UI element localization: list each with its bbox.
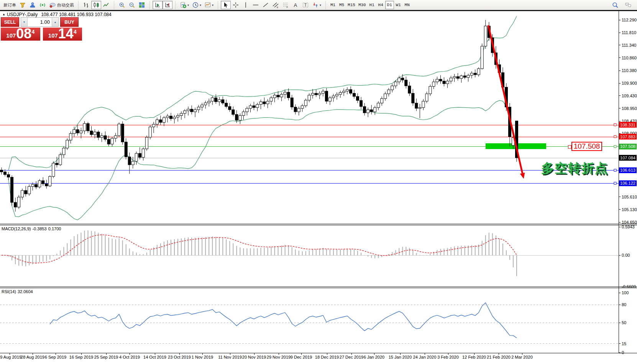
search-button[interactable] [610,1,620,9]
tf-d1-button[interactable]: D1 [385,1,394,9]
fibonacci-button[interactable]: F [281,1,291,9]
community-button[interactable] [28,1,38,9]
indicators-button[interactable]: ▾ [178,1,190,9]
tf-m30-button[interactable]: M30 [357,1,368,9]
price-badge-text: 108.331 [620,123,635,127]
equidistant-channel-button[interactable]: E [271,1,281,9]
time-tick-label: 9 Dec 2019 [291,355,312,359]
data-center-icon [19,2,26,8]
sell-price-big: 08 [16,28,31,39]
svg-text:F: F [287,6,288,8]
chevron-down-icon[interactable]: ▾ [320,3,321,7]
main-toolbar: 新订单自动交易▾▾▾EFAT▾M1M5M15M30H1H4D1W1MN [0,0,637,10]
tf-m30-label: M30 [358,3,366,7]
tf-h4-button[interactable]: H4 [376,1,385,9]
vertical-line-button[interactable] [241,1,251,9]
volume-increase-button[interactable]: ▲ [52,18,58,26]
tf-m1-button[interactable]: M1 [328,1,337,9]
label-icon: T [302,2,309,8]
bull-bear-turning-point-annotation[interactable]: 多空转折点 [541,160,608,177]
toolbar-separator [325,1,327,9]
time-tick-label: 20 Nov 2019 [242,355,266,359]
price-callout-107508[interactable]: 107.508 [571,142,602,151]
panel-separators[interactable] [0,11,637,353]
zoom-out-icon [128,2,135,8]
text-button[interactable]: A [291,1,300,9]
line-anchor-square[interactable] [614,136,616,138]
tf-m5-label: M5 [339,3,344,7]
cursor-button[interactable] [221,1,231,9]
volume-input[interactable] [28,18,52,26]
line-chart-button[interactable] [101,1,111,9]
tf-w1-button[interactable]: W1 [394,1,403,9]
fibo-icon: F [282,2,289,8]
bar-chart-button[interactable] [81,1,91,9]
candle-chart-button[interactable] [91,1,101,9]
arrows-button[interactable]: ▾ [310,1,323,9]
tile-windows-button[interactable] [137,1,147,9]
new-order-button[interactable]: 新订单 [1,1,18,9]
symbol-period-label: USDJPY-,Daily [7,12,38,17]
macd-panel[interactable] [0,230,619,276]
tf-h1-label: H1 [369,3,374,7]
time-tick-label: 24 Jan 2020 [413,355,437,359]
trendline-button[interactable] [261,1,271,9]
text-label-button[interactable]: T [300,1,310,9]
line-anchor-square[interactable] [614,124,616,126]
chevron-down-icon[interactable]: ▾ [212,3,213,7]
auto-scroll-button[interactable] [153,1,163,9]
sell-price-button[interactable]: 107084 [1,28,40,41]
zoom-out-button[interactable] [127,1,137,9]
periods-button[interactable]: ▾ [190,1,203,9]
tf-mn-button[interactable]: MN [403,1,412,9]
cursor-icon [222,2,229,8]
volume-decrease-button[interactable]: ▼ [21,18,28,26]
svg-text:E: E [277,6,278,8]
zoom-in-button[interactable] [117,1,127,9]
crosshair-icon [232,2,239,8]
price-tick-label: 110.380 [622,68,637,73]
tf-mn-label: MN [405,3,410,7]
templates-button[interactable]: ▾ [203,1,215,9]
chart-shift-button[interactable] [163,1,172,9]
price-badge-text: 106.613 [620,168,635,172]
autotrade-icon [49,2,56,8]
time-tick-label: 21 Feb 2020 [487,355,511,359]
buy-price-button[interactable]: 107144 [43,28,82,41]
sell-price-sup: 4 [31,29,34,35]
tf-h1-button[interactable]: H1 [368,1,376,9]
tf-d1-label: D1 [387,3,392,7]
autotrading-button[interactable]: 自动交易 [48,1,76,9]
time-tick-label: 15 Jan 2020 [389,355,412,359]
signals-button[interactable] [38,1,48,9]
collapse-chart-icon[interactable]: ▲ [2,13,5,16]
line-anchor-square[interactable] [614,145,616,148]
svg-text:T: T [304,3,307,7]
tf-m15-button[interactable]: M15 [346,1,357,9]
macd-label: MACD(12,26,9)-0.38530.1700 [2,226,62,231]
crosshair-button[interactable] [231,1,241,9]
autotrading-label: 自动交易 [57,2,74,8]
horizontal-line-button[interactable] [251,1,261,9]
main-chart-panel[interactable] [0,16,619,220]
price-axis[interactable]: 112.290111.810111.340110.860110.380109.9… [614,18,637,225]
vline-icon [242,2,249,8]
chevron-down-icon[interactable]: ▾ [200,3,201,7]
buy-price-sup: 4 [74,29,77,35]
tf-m5-button[interactable]: M5 [337,1,346,9]
price-tick-label: 111.810 [622,30,636,35]
macd-axis-label: -0.6609 [622,284,636,289]
line-anchor-square[interactable] [614,182,616,184]
time-axis[interactable]: 19 Aug 201928 Aug 20196 Sep 201916 Sep 2… [0,353,533,359]
line-anchor-square[interactable] [614,169,616,171]
data-center-button[interactable] [18,1,28,9]
chevron-down-icon[interactable]: ▾ [187,3,189,7]
tf-m1-label: M1 [330,3,335,7]
time-tick-label: 11 Nov 2019 [218,355,242,359]
trend-arrow-line[interactable] [488,25,522,173]
chart-canvas[interactable]: 112.290111.810111.340110.860110.380109.9… [0,0,637,364]
callout-anchor [568,145,571,149]
rsi-panel[interactable] [0,303,619,343]
ohlc-values: 108.477 108.481 106.933 107.084 [41,12,112,17]
chat-button[interactable] [623,1,633,9]
